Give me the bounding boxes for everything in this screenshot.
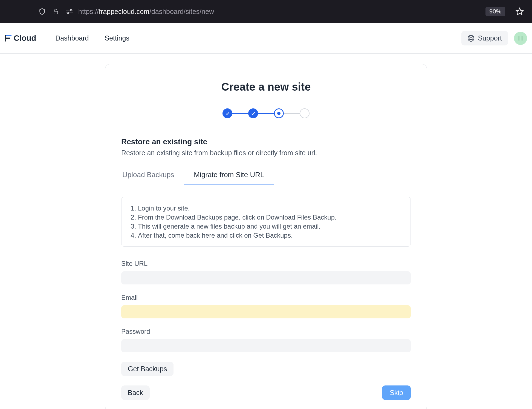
nav-dashboard[interactable]: Dashboard [55,34,89,42]
step-2[interactable] [248,108,258,118]
tab-migrate-url[interactable]: Migrate from Site URL [184,171,274,185]
support-button[interactable]: Support [461,31,508,45]
zoom-level-badge[interactable]: 90% [485,7,505,16]
svg-line-10 [472,36,473,38]
brand-text: Cloud [14,34,36,43]
get-backups-button[interactable]: Get Backups [121,362,174,376]
permissions-icon[interactable] [66,8,73,15]
instruction-item: This will generate a new files backup an… [138,222,402,231]
field-password: Password [121,328,411,352]
skip-button[interactable]: Skip [382,385,411,400]
stepper [121,108,411,118]
step-connector [284,113,300,114]
app-header: Cloud Dashboard Settings Support H [0,23,532,54]
restore-tabs: Upload Backups Migrate from Site URL [121,171,411,185]
step-connector [232,113,248,114]
frappe-logo-icon [5,35,11,42]
lock-icon[interactable] [52,8,60,15]
svg-line-11 [469,39,470,41]
step-3-active[interactable] [274,108,284,118]
url-display[interactable]: https://frappecloud.com/dashboard/sites/… [78,8,481,16]
bookmark-star-icon[interactable] [515,7,524,16]
step-connector [258,113,274,114]
back-button[interactable]: Back [121,385,150,400]
check-icon [251,111,256,116]
email-label: Email [121,294,411,301]
svg-line-8 [469,36,470,38]
user-avatar[interactable]: H [514,32,527,45]
header-right: Support H [461,31,527,45]
step-1[interactable] [222,108,232,118]
svg-point-4 [67,12,69,14]
instruction-item: From the Download Backups page, click on… [138,213,402,222]
password-input[interactable] [121,339,411,352]
create-site-card: Create a new site Restore an existing si… [105,64,427,409]
svg-point-2 [70,9,72,11]
url-path: /dashboard/sites/new [149,8,214,15]
site-url-label: Site URL [121,260,411,267]
nav-settings[interactable]: Settings [105,34,129,42]
browser-security-icons [38,8,73,15]
shield-icon[interactable] [38,8,46,15]
field-site-url: Site URL [121,260,411,284]
password-label: Password [121,328,411,335]
svg-marker-5 [516,8,523,15]
support-label: Support [478,34,502,42]
email-input[interactable] [121,305,411,318]
footer-actions: Back Skip [121,385,411,400]
url-host: frappecloud.com [99,8,149,15]
get-backups-row: Get Backups [121,362,411,376]
url-scheme: https:// [78,8,99,15]
svg-line-9 [472,39,473,41]
page-wrap: Create a new site Restore an existing si… [0,54,532,409]
section-title: Restore an existing site [121,137,411,146]
life-ring-icon [467,35,475,42]
primary-nav: Dashboard Settings [55,34,129,42]
site-url-input[interactable] [121,271,411,284]
step-4[interactable] [300,108,310,118]
check-icon [225,111,230,116]
card-title: Create a new site [121,81,411,93]
tab-upload-backups[interactable]: Upload Backups [121,171,184,185]
section-subtitle: Restore an existing site from backup fil… [121,149,411,157]
instructions-box: Login to your site. From the Download Ba… [121,197,411,247]
svg-point-7 [470,37,472,39]
brand-logo[interactable]: Cloud [5,34,55,43]
instruction-item: After that, come back here and click on … [138,231,402,240]
instruction-item: Login to your site. [138,204,402,213]
browser-address-bar: https://frappecloud.com/dashboard/sites/… [0,0,532,23]
field-email: Email [121,294,411,318]
svg-rect-0 [54,11,58,14]
